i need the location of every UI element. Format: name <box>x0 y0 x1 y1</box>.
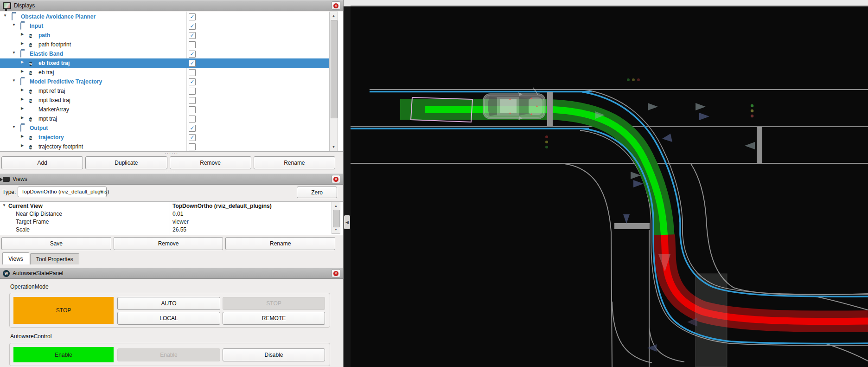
displays-icon <box>3 2 11 9</box>
property-row-current-view[interactable]: ▼ Current View TopDownOrtho (rviz_defaul… <box>0 202 332 210</box>
add-button[interactable]: Add <box>1 156 83 169</box>
enable-button[interactable]: Enable <box>117 348 220 361</box>
displays-panel-header[interactable]: Displays ✕ <box>0 0 343 11</box>
expand-icon[interactable] <box>21 32 24 36</box>
scrollbar-thumb[interactable] <box>333 210 340 227</box>
view-properties-table[interactable]: ▼ Current View TopDownOrtho (rviz_defaul… <box>0 201 343 235</box>
visibility-checkbox[interactable] <box>189 60 196 67</box>
scroll-up-icon[interactable]: ▲ <box>330 13 338 19</box>
disable-button[interactable]: Disable <box>223 348 325 361</box>
collapse-icon[interactable] <box>3 13 7 18</box>
visibility-checkbox[interactable] <box>189 88 196 95</box>
trajectory-bands <box>400 109 868 322</box>
scene-canvas <box>351 0 868 367</box>
scroll-down-icon[interactable]: ▼ <box>332 226 340 233</box>
visibility-checkbox[interactable] <box>189 134 196 141</box>
autoware-display-icon: w <box>29 99 32 103</box>
stop-button[interactable]: STOP <box>223 297 325 310</box>
tree-item-eb-traj[interactable]: w eb traj <box>0 68 329 77</box>
tree-item-mpt-traj[interactable]: w mpt traj <box>0 114 329 123</box>
table-scrollbar[interactable]: ▲ ▼ <box>332 202 340 234</box>
remove-button[interactable]: Remove <box>170 156 251 169</box>
remove-view-button[interactable]: Remove <box>114 237 223 250</box>
scroll-up-icon[interactable]: ▲ <box>332 203 340 209</box>
expand-icon[interactable] <box>21 106 24 110</box>
autoware-display-icon: w <box>29 117 32 122</box>
tree-item-marker-array[interactable]: MarkerArray <box>0 105 329 114</box>
collapse-icon[interactable] <box>12 125 16 129</box>
rename-view-button[interactable]: Rename <box>225 237 335 250</box>
visibility-checkbox[interactable] <box>189 106 196 113</box>
state-panel-close-button[interactable]: ✕ <box>332 269 340 277</box>
tree-item-trajectory-footprint[interactable]: w trajectory footprint <box>0 142 329 151</box>
zero-button[interactable]: Zero <box>297 187 337 198</box>
tab-views[interactable]: Views <box>2 252 29 264</box>
tree-item-path[interactable]: w path <box>0 31 329 40</box>
visibility-checkbox[interactable] <box>189 97 196 104</box>
collapse-panel-button[interactable]: ◀ <box>344 215 350 229</box>
visibility-checkbox[interactable] <box>189 13 196 20</box>
visibility-checkbox[interactable] <box>189 32 196 39</box>
expand-icon[interactable] <box>21 134 24 138</box>
expand-icon[interactable] <box>21 88 24 92</box>
view-type-combobox[interactable]: TopDownOrtho (rviz_default_plugins) ▼ <box>18 187 107 197</box>
tree-item-mpt-fixed-traj[interactable]: w mpt fixed traj <box>0 96 329 105</box>
tree-item-path-footprint[interactable]: w path footprint <box>0 40 329 49</box>
tree-item-mpt-ref-traj[interactable]: w mpt ref traj <box>0 86 329 96</box>
displays-tree[interactable]: Obstacle Avoidance Planner Input w path … <box>0 12 343 152</box>
tree-item-input[interactable]: Input <box>0 21 329 31</box>
rviz-window: Displays ✕ Obstacle Avoidance Planner In… <box>0 0 868 367</box>
property-row-near-clip[interactable]: Near Clip Distance 0.01 <box>0 210 332 218</box>
tab-tool-properties[interactable]: Tool Properties <box>30 253 79 264</box>
collapse-icon[interactable] <box>12 51 16 55</box>
ego-vehicle <box>483 88 545 120</box>
scroll-down-icon[interactable]: ▼ <box>330 144 338 150</box>
visibility-checkbox[interactable] <box>189 116 196 122</box>
displays-close-button[interactable]: ✕ <box>332 1 340 10</box>
autoware-display-icon: w <box>29 34 32 38</box>
collapse-icon[interactable]: ▼ <box>2 203 6 207</box>
tree-item-output[interactable]: Output <box>0 123 329 133</box>
visibility-checkbox[interactable] <box>189 69 196 76</box>
scrollbar-thumb[interactable] <box>331 20 338 118</box>
expand-icon[interactable] <box>21 143 24 148</box>
expand-icon[interactable] <box>21 97 24 101</box>
dock-splitter[interactable]: ◀ <box>344 0 351 367</box>
tree-item-elastic-band[interactable]: Elastic Band <box>0 49 329 58</box>
tree-item-trajectory[interactable]: w trajectory <box>0 133 329 142</box>
visibility-checkbox[interactable] <box>189 51 196 58</box>
dock-tabs: Views Tool Properties <box>2 252 79 264</box>
views-close-button[interactable]: ✕ <box>332 175 340 183</box>
visibility-checkbox[interactable] <box>189 23 196 30</box>
state-panel-header[interactable]: w AutowareStatePanel ✕ <box>0 268 343 279</box>
autoware-display-icon: w <box>29 71 32 75</box>
view-type-row: Type: TopDownOrtho (rviz_default_plugins… <box>0 187 343 198</box>
tree-item-obstacle-avoidance-planner[interactable]: Obstacle Avoidance Planner <box>0 12 329 21</box>
property-row-scale[interactable]: Scale 26.55 <box>0 226 332 234</box>
save-button[interactable]: Save <box>1 237 111 250</box>
displays-panel-title: Displays <box>14 2 35 9</box>
collapse-icon[interactable] <box>12 23 16 27</box>
views-panel-header[interactable]: Views ✕ <box>0 174 343 185</box>
collapse-icon[interactable] <box>12 78 16 83</box>
remote-button[interactable]: REMOTE <box>223 312 325 325</box>
expand-icon[interactable] <box>21 69 24 73</box>
tree-scrollbar[interactable]: ▲ ▼ <box>329 12 338 151</box>
expand-icon[interactable] <box>21 41 24 45</box>
auto-button[interactable]: AUTO <box>117 297 220 310</box>
rename-button[interactable]: Rename <box>254 156 335 169</box>
tree-item-model-predictive-trajectory[interactable]: Model Predictive Trajectory <box>0 77 329 86</box>
tree-item-eb-fixed-traj[interactable]: w eb fixed traj <box>0 58 329 68</box>
property-row-target-frame[interactable]: Target Frame viewer <box>0 218 332 226</box>
splitter-handle[interactable]: ······ <box>0 152 343 155</box>
duplicate-button[interactable]: Duplicate <box>85 156 167 169</box>
visibility-checkbox[interactable] <box>189 125 196 132</box>
local-button[interactable]: LOCAL <box>117 312 220 325</box>
render-view-3d[interactable] <box>351 0 868 367</box>
expand-icon[interactable] <box>21 116 24 120</box>
expand-icon[interactable] <box>21 60 24 64</box>
splitter-handle[interactable]: ······ <box>0 170 343 173</box>
visibility-checkbox[interactable] <box>189 78 196 85</box>
visibility-checkbox[interactable] <box>189 143 196 150</box>
visibility-checkbox[interactable] <box>189 41 196 48</box>
